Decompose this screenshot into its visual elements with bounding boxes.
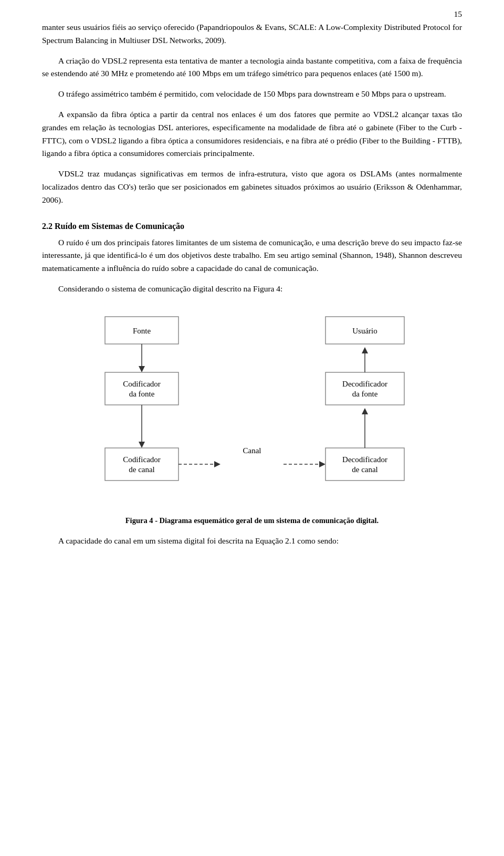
svg-rect-4 (105, 372, 178, 405)
svg-text:de canal: de canal (352, 465, 378, 474)
svg-text:Usuário: Usuário (352, 327, 377, 335)
svg-rect-17 (326, 448, 404, 481)
svg-text:Codificador: Codificador (123, 455, 161, 464)
svg-marker-13 (214, 461, 220, 467)
paragraph-7: Considerando o sistema de comunicação di… (42, 283, 462, 296)
svg-marker-16 (319, 461, 326, 467)
svg-rect-9 (105, 448, 178, 481)
paragraph-2: A criação do VDSL2 representa esta tenta… (42, 55, 462, 81)
diagram-container: Fonte Codificador da fonte Codificador d… (42, 311, 462, 511)
svg-text:da fonte: da fonte (352, 390, 378, 398)
svg-text:Decodificador: Decodificador (342, 380, 387, 388)
svg-text:de canal: de canal (129, 465, 155, 474)
svg-marker-8 (139, 442, 145, 448)
svg-marker-3 (139, 366, 145, 372)
paragraph-6: O ruído é um dos principais fatores limi… (42, 236, 462, 275)
paragraph-8: A capacidade do canal em um sistema digi… (42, 535, 462, 548)
page-number: 15 (454, 9, 463, 19)
svg-text:da fonte: da fonte (129, 390, 155, 398)
section-title: 2.2 Ruído em Sistemas de Comunicação (42, 222, 462, 231)
paragraph-5: VDSL2 traz mudanças significativas em te… (42, 168, 462, 206)
communication-diagram: Fonte Codificador da fonte Codificador d… (74, 311, 430, 511)
svg-text:Canal: Canal (243, 446, 261, 455)
diagram-caption: Figura 4 - Diagrama esquemático geral de… (42, 516, 462, 525)
paragraph-4: A expansão da fibra óptica a partir da c… (42, 108, 462, 160)
paragraph-3: O tráfego assimétrico também é permitido… (42, 88, 462, 101)
svg-marker-21 (362, 408, 368, 414)
svg-rect-22 (326, 372, 404, 405)
svg-text:Fonte: Fonte (133, 327, 151, 335)
svg-text:Codificador: Codificador (123, 380, 161, 388)
paragraph-1: manter seus usuários fiéis ao serviço of… (42, 21, 462, 47)
svg-marker-26 (362, 347, 368, 353)
svg-text:Decodificador: Decodificador (342, 455, 387, 464)
